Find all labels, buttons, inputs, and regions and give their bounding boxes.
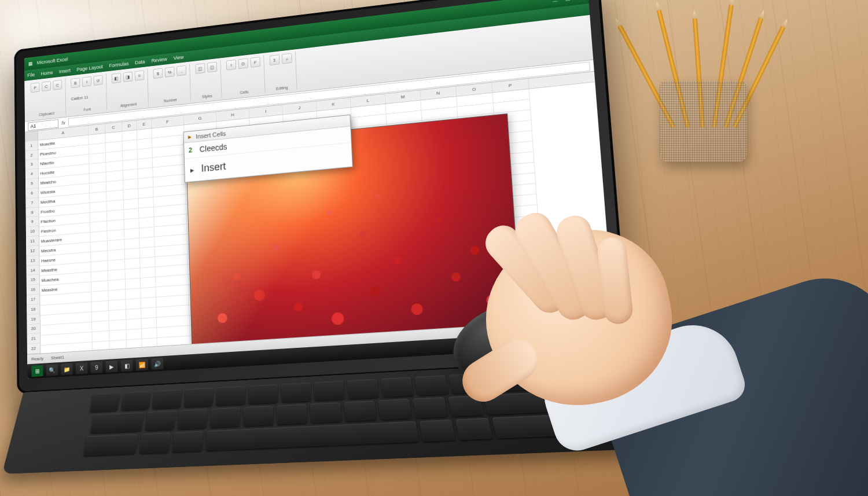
ribbon-button[interactable]: ◫ <box>207 62 217 73</box>
row-header[interactable]: 8 <box>25 207 38 218</box>
row-header[interactable]: 11 <box>26 236 39 247</box>
ribbon-button[interactable]: F <box>250 57 260 68</box>
excel-window: ▦ Microsoft Excel — ☐ ✕ File Home Insert… <box>24 0 616 379</box>
ribbon-button[interactable]: ≡ <box>135 70 145 80</box>
taskbar-item[interactable]: X <box>76 362 88 374</box>
row-header[interactable]: 19 <box>27 314 40 325</box>
cell[interactable] <box>91 281 109 292</box>
cell[interactable] <box>92 321 109 332</box>
cell[interactable] <box>92 331 109 342</box>
ribbon-button[interactable]: U <box>93 75 102 86</box>
row-header[interactable]: 18 <box>27 304 40 315</box>
row-header[interactable]: 13 <box>26 255 39 266</box>
row-header[interactable]: 21 <box>27 333 41 344</box>
cell[interactable] <box>140 257 156 268</box>
ribbon-button[interactable]: $ <box>153 68 163 79</box>
taskbar-item[interactable]: ▶ <box>105 361 117 373</box>
ribbon-group-number: $%,Number <box>150 64 191 105</box>
ribbon-button[interactable]: B <box>71 78 80 88</box>
row-header[interactable]: 14 <box>26 265 39 276</box>
close-button[interactable]: ✕ <box>576 0 584 2</box>
column-header[interactable]: E <box>137 119 152 130</box>
cell[interactable] <box>109 310 126 321</box>
row-header[interactable]: 17 <box>27 294 40 305</box>
cell[interactable] <box>108 280 126 291</box>
menu-insert[interactable]: Insert <box>59 68 71 74</box>
taskbar-item[interactable]: 🔊 <box>151 358 163 370</box>
taskbar-item[interactable]: 📶 <box>136 359 148 371</box>
row-header[interactable]: 22 <box>27 344 41 355</box>
cell[interactable] <box>124 238 139 249</box>
menu-file[interactable]: File <box>27 72 35 78</box>
cell[interactable] <box>141 277 156 288</box>
taskbar-item[interactable]: ◧ <box>121 359 133 372</box>
menu-item-number: 2 <box>189 146 193 155</box>
ribbon-button[interactable]: I <box>226 60 237 71</box>
cell[interactable] <box>125 258 140 269</box>
ribbon-button[interactable]: C <box>42 81 51 91</box>
start-button[interactable]: ⊞ <box>31 365 43 377</box>
cell[interactable] <box>91 291 109 302</box>
cell[interactable] <box>127 329 142 340</box>
cell[interactable] <box>125 248 140 259</box>
cell[interactable] <box>140 247 156 258</box>
cell[interactable] <box>126 319 142 330</box>
ribbon-group-styles: ◫◫Styles <box>192 60 222 101</box>
status-sheet[interactable]: Sheet1 <box>51 355 64 361</box>
column-header[interactable]: C <box>105 122 122 133</box>
ribbon-button[interactable]: I <box>82 76 91 87</box>
ribbon-extra: Calibri 11 <box>71 93 104 101</box>
row-header[interactable]: 12 <box>26 245 39 256</box>
fx-label: fx <box>61 120 65 126</box>
cell[interactable] <box>126 299 141 310</box>
cell[interactable] <box>126 288 141 299</box>
cell[interactable] <box>141 287 156 298</box>
cell[interactable] <box>142 328 157 339</box>
menu-review[interactable]: Review <box>151 56 167 63</box>
taskbar-item[interactable]: 📁 <box>61 363 72 376</box>
maximize-button[interactable]: ☐ <box>564 0 572 3</box>
cell[interactable] <box>141 297 157 308</box>
cell[interactable] <box>139 237 155 248</box>
ribbon-button[interactable]: ◨ <box>123 72 133 82</box>
cell[interactable] <box>126 278 141 289</box>
menu-formulas[interactable]: Formulas <box>109 61 128 68</box>
ribbon-button[interactable]: P <box>31 82 40 93</box>
column-header[interactable]: D <box>122 120 137 131</box>
laptop-screen-frame: ▦ Microsoft Excel — ☐ ✕ File Home Insert… <box>14 0 630 394</box>
cell[interactable] <box>126 308 142 319</box>
cell[interactable] <box>140 267 156 278</box>
row-header[interactable]: 15 <box>27 275 40 286</box>
row-header[interactable]: 10 <box>26 226 39 237</box>
ribbon-group-label: Number <box>154 97 187 104</box>
taskbar-item[interactable]: 9 <box>91 361 103 373</box>
taskbar-item[interactable]: 🔍 <box>46 364 58 376</box>
cell[interactable] <box>141 307 157 318</box>
cell[interactable] <box>109 320 127 331</box>
menu-view[interactable]: View <box>173 54 183 61</box>
cell[interactable] <box>125 269 140 280</box>
ribbon-button[interactable]: ◫ <box>195 63 205 74</box>
cell[interactable] <box>109 330 127 341</box>
ribbon-button[interactable]: % <box>165 67 175 78</box>
ribbon-button[interactable]: , <box>176 65 186 76</box>
column-header[interactable]: B <box>89 124 105 135</box>
menu-home[interactable]: Home <box>41 70 53 77</box>
cell[interactable] <box>91 301 109 312</box>
row-header[interactable]: 16 <box>27 285 40 296</box>
status-zoom[interactable]: 100% <box>595 321 609 327</box>
cell[interactable] <box>109 289 126 301</box>
ribbon-button[interactable]: ◧ <box>112 73 122 83</box>
cell[interactable] <box>141 318 157 329</box>
ribbon-button[interactable]: C <box>53 80 62 90</box>
menu-page-layout[interactable]: Page Layout <box>77 64 103 72</box>
ribbon-button[interactable]: Σ <box>270 54 280 65</box>
ribbon-button[interactable]: D <box>238 58 248 69</box>
ribbon-button[interactable]: ⌕ <box>282 53 292 64</box>
minimize-button[interactable]: — <box>551 0 559 5</box>
cell[interactable] <box>109 300 126 311</box>
menu-data[interactable]: Data <box>135 59 145 65</box>
row-header[interactable]: 9 <box>26 216 39 227</box>
cell[interactable] <box>92 311 109 322</box>
row-header[interactable]: 20 <box>27 324 40 335</box>
